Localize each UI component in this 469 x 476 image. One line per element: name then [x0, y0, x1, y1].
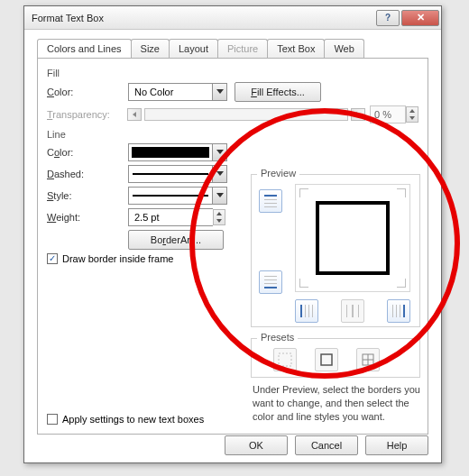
border-left-icon	[299, 304, 314, 318]
transparency-right-button[interactable]	[351, 108, 365, 121]
line-style-label: Style:	[47, 190, 128, 201]
transparency-spinner[interactable]	[406, 106, 418, 123]
svg-rect-21	[312, 305, 313, 317]
svg-rect-12	[264, 203, 277, 204]
svg-rect-15	[264, 279, 277, 280]
apply-new-checkbox[interactable]	[47, 414, 58, 425]
border-center-icon	[345, 304, 360, 318]
help-button[interactable]: Help	[365, 435, 428, 455]
border-bottom-icon	[263, 275, 278, 289]
preview-legend: Preview	[257, 168, 299, 178]
corner-bl-icon	[299, 279, 308, 288]
draw-border-inside-label: Draw border inside frame	[62, 253, 174, 264]
preset-box-button[interactable]	[315, 348, 338, 371]
transparency-slider	[144, 108, 348, 121]
line-section-label: Line	[47, 129, 418, 140]
svg-marker-9	[216, 219, 222, 223]
svg-marker-8	[216, 212, 222, 215]
preview-canvas	[295, 184, 410, 292]
corner-tl-icon	[299, 188, 308, 197]
svg-rect-17	[264, 287, 277, 288]
chevron-down-icon	[212, 84, 226, 100]
transparency-left-button[interactable]	[127, 108, 142, 121]
svg-rect-20	[308, 305, 309, 317]
border-right-button[interactable]	[387, 299, 410, 323]
svg-rect-27	[400, 305, 400, 317]
tab-colors-and-lines[interactable]: Colors and Lines	[37, 39, 132, 58]
line-weight-input[interactable]: 2.5 pt	[128, 208, 213, 226]
line-weight-spinner[interactable]	[213, 209, 225, 225]
titlebar: Format Text Box ? ✕	[24, 6, 441, 30]
line-dashed-combo[interactable]	[128, 165, 227, 183]
tab-text-box[interactable]: Text Box	[267, 39, 325, 58]
chevron-down-icon	[212, 188, 226, 204]
dashed-sample	[133, 173, 208, 175]
svg-rect-18	[300, 305, 302, 317]
tab-layout[interactable]: Layout	[169, 39, 218, 58]
apply-new-label: Apply settings to new text boxes	[62, 414, 204, 425]
tab-picture: Picture	[217, 39, 268, 58]
svg-rect-13	[264, 206, 277, 207]
svg-rect-14	[264, 276, 277, 277]
svg-marker-2	[356, 112, 360, 117]
cancel-button[interactable]: Cancel	[295, 435, 358, 455]
format-text-box-dialog: Format Text Box ? ✕ Colors and Lines Siz…	[23, 5, 442, 463]
preset-none-button[interactable]	[273, 348, 297, 371]
preset-grid-button[interactable]	[356, 348, 380, 371]
border-left-button[interactable]	[295, 299, 318, 323]
svg-marker-0	[216, 89, 224, 94]
chevron-down-icon	[212, 144, 226, 160]
fill-effects-button[interactable]: Fill Effects...	[234, 82, 321, 102]
line-weight-value: 2.5 pt	[129, 212, 213, 223]
line-dashed-label: Dashed:	[47, 169, 128, 179]
line-weight-label: Weight:	[47, 212, 128, 223]
tab-size[interactable]: Size	[131, 39, 170, 58]
preview-group: Preview	[251, 174, 420, 327]
titlebar-help-button[interactable]: ?	[376, 10, 400, 26]
ok-button[interactable]: OK	[225, 435, 288, 455]
svg-rect-22	[346, 305, 347, 317]
fill-color-label: CColor:olor:	[47, 87, 128, 97]
border-top-button[interactable]	[259, 189, 282, 213]
svg-rect-23	[352, 305, 354, 317]
transparency-value: 0 %	[370, 105, 406, 124]
border-art-button[interactable]: BorderArt...	[128, 230, 224, 250]
border-top-icon	[263, 194, 278, 208]
preview-hint-text: Under Preview, select the borders you wa…	[253, 383, 422, 424]
corner-tr-icon	[397, 188, 406, 197]
fill-section-label: Fill	[47, 68, 418, 78]
svg-rect-11	[264, 199, 277, 200]
border-bottom-button[interactable]	[259, 270, 282, 294]
svg-rect-10	[264, 195, 277, 197]
presets-legend: Presets	[257, 332, 298, 343]
preset-none-icon	[278, 352, 292, 367]
window-title: Format Text Box	[32, 13, 374, 23]
border-center-v-button[interactable]	[341, 299, 364, 323]
tab-panel: Fill CColor:olor: No Color Fill Effects.…	[37, 58, 428, 435]
fill-color-value: No Color	[129, 87, 212, 97]
tab-web[interactable]: Web	[324, 39, 363, 58]
chevron-down-icon	[212, 166, 226, 182]
tab-strip: Colors and Lines Size Layout Picture Tex…	[24, 30, 441, 58]
svg-marker-6	[216, 171, 224, 176]
preview-rect	[316, 201, 390, 275]
svg-rect-25	[392, 305, 393, 317]
line-color-swatch	[132, 147, 209, 158]
svg-marker-1	[133, 112, 136, 117]
svg-rect-24	[358, 305, 359, 317]
svg-marker-4	[409, 116, 415, 120]
fill-color-combo[interactable]: No Color	[128, 83, 227, 101]
svg-marker-7	[216, 193, 224, 197]
preset-grid-icon	[361, 352, 375, 367]
svg-rect-30	[321, 354, 332, 365]
svg-rect-19	[305, 305, 306, 317]
line-color-combo[interactable]	[128, 143, 227, 161]
corner-br-icon	[397, 279, 406, 288]
line-color-label: Color:	[47, 147, 128, 158]
close-icon: ✕	[417, 13, 425, 23]
line-style-combo[interactable]	[128, 187, 227, 205]
svg-rect-26	[396, 305, 397, 317]
titlebar-close-button[interactable]: ✕	[401, 10, 439, 26]
draw-border-inside-checkbox[interactable]	[47, 253, 58, 264]
transparency-label: Transparency:	[47, 109, 128, 120]
